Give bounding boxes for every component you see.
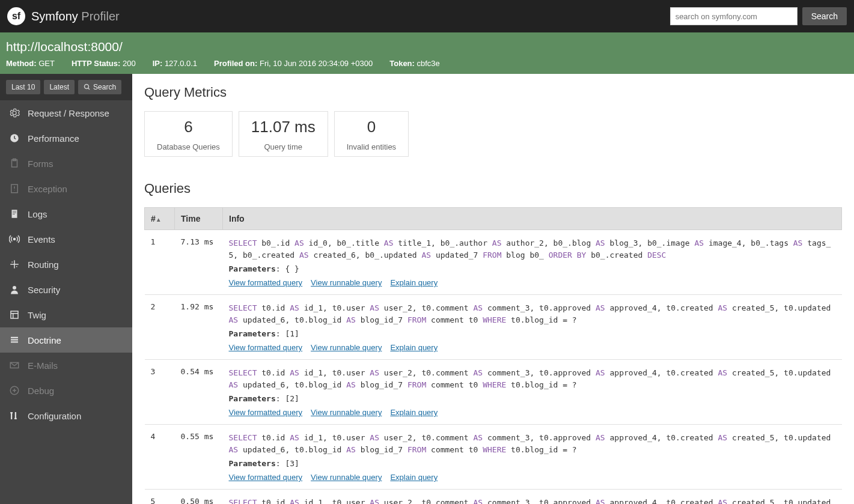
sidebar-item-security[interactable]: Security: [0, 277, 132, 302]
view-formatted-link[interactable]: View formatted query: [229, 408, 303, 417]
sidebar-item-logs[interactable]: Logs: [0, 201, 132, 226]
explain-query-link[interactable]: Explain query: [390, 278, 438, 287]
brand[interactable]: sf Symfony Profiler: [7, 7, 120, 25]
topbar: sf Symfony Profiler Search: [0, 0, 854, 32]
query-time: 0.54 ms: [175, 360, 223, 425]
query-params: Parameters: [1]: [229, 329, 836, 338]
search-button[interactable]: Search: [802, 7, 847, 25]
view-formatted-link[interactable]: View formatted query: [229, 343, 303, 352]
sidebar-item-performance[interactable]: Performance: [0, 126, 132, 151]
metric-value: 0: [347, 118, 396, 136]
query-number: 4: [145, 425, 175, 490]
metric-label: Invalid entities: [347, 142, 396, 151]
table-row: 40.55 msSELECT t0.id AS id_1, t0.user AS…: [145, 425, 842, 490]
method-value: GET: [38, 59, 55, 68]
view-formatted-link[interactable]: View formatted query: [229, 278, 303, 287]
svg-rect-16: [11, 311, 18, 318]
sidebar-item-label: Exception: [28, 184, 67, 194]
explain-query-link[interactable]: Explain query: [390, 473, 438, 482]
query-params: Parameters: [3]: [229, 459, 836, 468]
sidebar-item-e-mails[interactable]: E-Mails: [0, 353, 132, 378]
table-row: 50.50 msSELECT t0.id AS id_1, t0.user AS…: [145, 490, 842, 505]
sidebar-item-twig[interactable]: Twig: [0, 302, 132, 327]
metric-value: 6: [157, 118, 220, 136]
metric-card: 11.07 msQuery time: [239, 111, 328, 157]
explain-query-link[interactable]: Explain query: [390, 343, 438, 352]
sidebar-search-button[interactable]: Search: [78, 80, 121, 94]
route-icon: [8, 258, 20, 270]
view-runnable-link[interactable]: View runnable query: [311, 473, 382, 482]
svg-rect-12: [14, 260, 15, 269]
view-runnable-link[interactable]: View runnable query: [311, 408, 382, 417]
col-time[interactable]: Time: [175, 208, 223, 230]
sidebar-item-label: Routing: [28, 260, 59, 270]
sidebar-item-label: Configuration: [28, 411, 81, 421]
sidebar-item-label: Request / Response: [28, 108, 109, 118]
svg-rect-27: [14, 418, 17, 419]
metric-card: 6Database Queries: [144, 111, 233, 157]
col-info[interactable]: Info: [223, 208, 842, 230]
plus-icon: [8, 384, 20, 396]
layout-icon: [8, 309, 20, 321]
sidebar-item-label: E-Mails: [28, 360, 58, 371]
sidebar-menu: Request / ResponsePerformanceFormsExcept…: [0, 100, 132, 428]
metric-value: 11.07 ms: [251, 118, 316, 136]
view-runnable-link[interactable]: View runnable query: [311, 343, 382, 352]
sidebar-item-label: Forms: [28, 159, 53, 169]
request-summary: http://localhost:8000/ Method: GET HTTP …: [0, 32, 854, 74]
sidebar-item-exception[interactable]: Exception: [0, 176, 132, 201]
request-url: http://localhost:8000/: [6, 40, 848, 54]
queries-title: Queries: [144, 181, 842, 196]
sidebar: Last 10 Latest Search Request / Response…: [0, 74, 132, 504]
view-formatted-link[interactable]: View formatted query: [229, 473, 303, 482]
sidebar-item-doctrine[interactable]: Doctrine: [0, 327, 132, 353]
svg-rect-21: [11, 341, 18, 342]
explain-query-link[interactable]: Explain query: [390, 408, 438, 417]
query-time: 0.50 ms: [175, 490, 223, 505]
sidebar-item-request-response[interactable]: Request / Response: [0, 100, 132, 126]
symfony-logo-icon: sf: [7, 7, 25, 25]
last10-button[interactable]: Last 10: [6, 80, 40, 94]
query-params: Parameters: [2]: [229, 394, 836, 403]
query-number: 2: [145, 295, 175, 360]
query-time: 0.55 ms: [175, 425, 223, 490]
svg-rect-8: [13, 213, 16, 213]
svg-rect-13: [12, 262, 13, 263]
table-row: 17.13 msSELECT b0_.id AS id_0, b0_.title…: [145, 230, 842, 295]
sidebar-item-events[interactable]: Events: [0, 226, 132, 252]
profiled-label: Profiled on:: [214, 59, 257, 68]
table-row: 21.92 msSELECT t0.id AS id_1, t0.user AS…: [145, 295, 842, 360]
view-runnable-link[interactable]: View runnable query: [311, 278, 382, 287]
svg-rect-24: [11, 413, 12, 420]
gear-icon: [8, 107, 20, 119]
sidebar-item-label: Twig: [28, 310, 46, 320]
token-label: Token:: [389, 59, 415, 68]
svg-rect-19: [11, 337, 18, 338]
svg-rect-20: [11, 339, 18, 341]
query-time: 7.13 ms: [175, 230, 223, 295]
query-info: SELECT t0.id AS id_1, t0.user AS user_2,…: [223, 295, 842, 360]
query-info: SELECT t0.id AS id_1, t0.user AS user_2,…: [223, 425, 842, 490]
mail-icon: [8, 359, 20, 371]
svg-point-10: [14, 238, 16, 240]
sidebar-item-configuration[interactable]: Configuration: [0, 403, 132, 428]
sidebar-item-debug[interactable]: Debug: [0, 378, 132, 403]
sidebar-item-routing[interactable]: Routing: [0, 252, 132, 277]
metrics-title: Query Metrics: [144, 85, 842, 100]
query-number: 3: [145, 360, 175, 425]
svg-point-0: [85, 85, 89, 89]
query-sql: SELECT t0.id AS id_1, t0.user AS user_2,…: [229, 497, 836, 504]
sidebar-item-label: Debug: [28, 386, 54, 396]
latest-button[interactable]: Latest: [44, 80, 75, 94]
col-num[interactable]: #▲: [145, 208, 175, 230]
search-input[interactable]: [670, 7, 798, 25]
table-row: 30.54 msSELECT t0.id AS id_1, t0.user AS…: [145, 360, 842, 425]
query-sql: SELECT t0.id AS id_1, t0.user AS user_2,…: [229, 432, 836, 455]
clipboard-icon: [8, 157, 20, 169]
sidebar-item-forms[interactable]: Forms: [0, 151, 132, 176]
query-sql: SELECT t0.id AS id_1, t0.user AS user_2,…: [229, 367, 836, 390]
sidebar-search-label: Search: [93, 83, 116, 91]
svg-point-15: [13, 286, 16, 290]
sidebar-item-label: Logs: [28, 209, 47, 219]
sidebar-item-label: Doctrine: [28, 335, 61, 345]
